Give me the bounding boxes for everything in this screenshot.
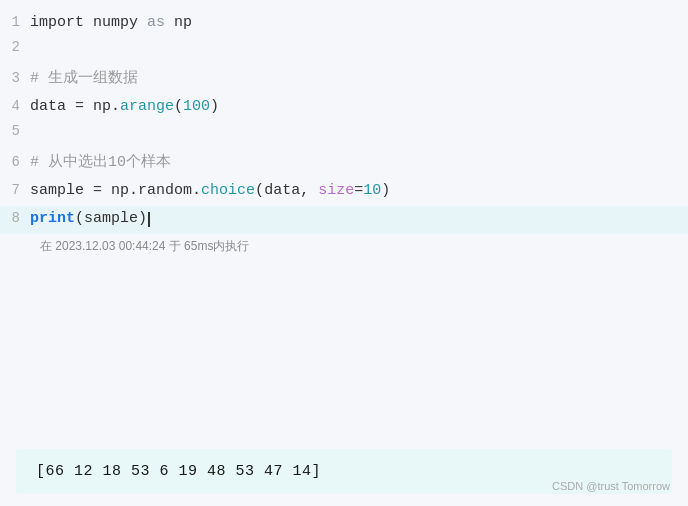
token: , <box>300 182 318 199</box>
watermark: CSDN @trust Tomorrow <box>552 480 670 492</box>
output-text: [66 12 18 53 6 19 48 53 47 14] <box>36 463 321 480</box>
text-cursor <box>148 212 150 227</box>
token: import <box>30 14 84 31</box>
code-line: 2 <box>0 38 688 66</box>
token: ( <box>75 210 84 227</box>
token: sample <box>30 182 84 199</box>
code-line: 7sample = np.random.choice(data, size=10… <box>0 178 688 206</box>
line-content: data = np.arange(100) <box>30 95 219 119</box>
line-number: 4 <box>0 98 30 114</box>
code-line: 4data = np.arange(100) <box>0 94 688 122</box>
token: random <box>138 182 192 199</box>
line-number: 3 <box>0 70 30 86</box>
line-content: # 从中选出10个样本 <box>30 151 171 175</box>
line-number: 8 <box>0 210 30 226</box>
token: ( <box>174 98 183 115</box>
token: # <box>30 70 48 87</box>
token: size <box>318 182 354 199</box>
token: np <box>111 182 129 199</box>
code-line: 6# 从中选出10个样本 <box>0 150 688 178</box>
code-line: 5 <box>0 122 688 150</box>
token: 生成一组数据 <box>48 70 138 87</box>
line-content: # 生成一组数据 <box>30 67 138 91</box>
token: = <box>66 98 93 115</box>
token: # <box>30 154 48 171</box>
line-content: import numpy as np <box>30 11 192 35</box>
token: sample <box>84 210 138 227</box>
token: choice <box>201 182 255 199</box>
token: data <box>30 98 66 115</box>
execution-info: 在 2023.12.03 00:44:24 于 65ms内执行 <box>0 234 688 259</box>
code-line: 3# 生成一组数据 <box>0 66 688 94</box>
token: = <box>84 182 111 199</box>
token: print <box>30 210 75 227</box>
line-number: 2 <box>0 39 30 55</box>
token: ) <box>381 182 390 199</box>
token: 10 <box>363 182 381 199</box>
token: 10 <box>108 154 126 171</box>
token: 100 <box>183 98 210 115</box>
token: numpy <box>84 14 147 31</box>
line-number: 1 <box>0 14 30 30</box>
token: 从中选出 <box>48 154 108 171</box>
line-number: 6 <box>0 154 30 170</box>
token: ) <box>138 210 147 227</box>
token: np <box>93 98 111 115</box>
line-number: 7 <box>0 182 30 198</box>
line-content: sample = np.random.choice(data, size=10) <box>30 179 390 203</box>
code-line: 8print(sample) <box>0 206 688 234</box>
token: 个样本 <box>126 154 171 171</box>
token: as <box>147 14 165 31</box>
token: np <box>165 14 192 31</box>
token: . <box>111 98 120 115</box>
token: ) <box>210 98 219 115</box>
token: arange <box>120 98 174 115</box>
token: . <box>192 182 201 199</box>
line-number: 5 <box>0 123 30 139</box>
token: = <box>354 182 363 199</box>
line-content: print(sample) <box>30 207 150 231</box>
token: data <box>264 182 300 199</box>
token: . <box>129 182 138 199</box>
token: ( <box>255 182 264 199</box>
code-line: 1import numpy as np <box>0 10 688 38</box>
